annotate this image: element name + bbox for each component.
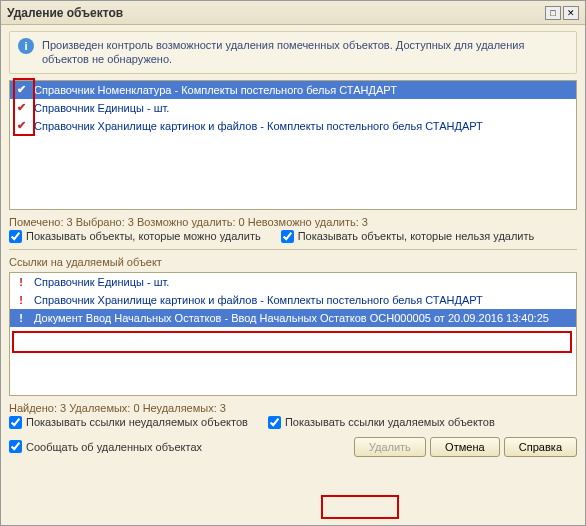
info-text: Произведен контроль возможности удаления… bbox=[42, 38, 568, 67]
chk-show-nondeletable-refs[interactable]: Показывать ссылки неудаляемых объектов bbox=[9, 416, 248, 429]
chk-show-nondeletable-label: Показывать объекты, которые нельзя удали… bbox=[298, 230, 535, 242]
chk-show-deletable[interactable]: Показывать объекты, которые можно удалит… bbox=[9, 230, 261, 243]
close-button[interactable]: ✕ bbox=[563, 6, 579, 20]
info-panel: i Произведен контроль возможности удален… bbox=[9, 31, 577, 74]
titlebar: Удаление объектов □ ✕ bbox=[1, 1, 585, 25]
info-icon: i bbox=[18, 38, 34, 54]
list-item[interactable]: ✔Справочник Хранилище картинок и файлов … bbox=[10, 117, 576, 135]
chk-show-nondeletable-input[interactable] bbox=[281, 230, 294, 243]
list-item[interactable]: !Справочник Единицы - шт. bbox=[10, 273, 576, 291]
exclaim-icon: ! bbox=[14, 294, 28, 306]
chk-show-deletable-refs-input[interactable] bbox=[268, 416, 281, 429]
objects-list[interactable]: ✔Справочник Номенклатура - Комплекты пос… bbox=[9, 80, 577, 210]
chk-show-deletable-label: Показывать объекты, которые можно удалит… bbox=[26, 230, 261, 242]
chk-show-nondeletable-refs-input[interactable] bbox=[9, 416, 22, 429]
references-label: Ссылки на удаляемый объект bbox=[9, 256, 577, 268]
objects-status: Помечено: 3 Выбрано: 3 Возможно удалить:… bbox=[9, 216, 577, 228]
chk-report-deleted-label: Сообщать об удаленных объектах bbox=[26, 441, 202, 453]
exclaim-icon: ! bbox=[14, 312, 28, 324]
chk-show-deletable-input[interactable] bbox=[9, 230, 22, 243]
exclaim-icon: ! bbox=[14, 276, 28, 288]
delete-button[interactable]: Удалить bbox=[354, 437, 426, 457]
chk-show-deletable-refs[interactable]: Показывать ссылки удаляемых объектов bbox=[268, 416, 495, 429]
chk-show-nondeletable[interactable]: Показывать объекты, которые нельзя удали… bbox=[281, 230, 535, 243]
chk-show-deletable-refs-label: Показывать ссылки удаляемых объектов bbox=[285, 416, 495, 428]
check-icon: ✔ bbox=[14, 83, 28, 96]
chk-report-deleted-input[interactable] bbox=[9, 440, 22, 453]
list-item[interactable]: ✔Справочник Номенклатура - Комплекты пос… bbox=[10, 81, 576, 99]
objects-filter-row: Показывать объекты, которые можно удалит… bbox=[9, 230, 577, 243]
list-item[interactable]: !Справочник Хранилище картинок и файлов … bbox=[10, 291, 576, 309]
chk-show-nondeletable-refs-label: Показывать ссылки неудаляемых объектов bbox=[26, 416, 248, 428]
references-list[interactable]: !Справочник Единицы - шт.!Справочник Хра… bbox=[9, 272, 577, 396]
help-button[interactable]: Справка bbox=[504, 437, 577, 457]
list-item-label: Справочник Хранилище картинок и файлов -… bbox=[34, 120, 483, 132]
list-item-label: Документ Ввод Начальных Остатков - Ввод … bbox=[34, 312, 549, 324]
list-item-label: Справочник Единицы - шт. bbox=[34, 276, 169, 288]
annotation-box-delete bbox=[321, 495, 399, 519]
chk-report-deleted[interactable]: Сообщать об удаленных объектах bbox=[9, 440, 334, 453]
cancel-button[interactable]: Отмена bbox=[430, 437, 500, 457]
check-icon: ✔ bbox=[14, 101, 28, 114]
button-bar: Удалить Отмена Справка bbox=[354, 435, 577, 459]
references-status: Найдено: 3 Удаляемых: 0 Неудаляемых: 3 bbox=[9, 402, 577, 414]
list-item[interactable]: !Документ Ввод Начальных Остатков - Ввод… bbox=[10, 309, 576, 327]
window-title: Удаление объектов bbox=[7, 6, 543, 20]
references-filter-row-1: Показывать ссылки неудаляемых объектов П… bbox=[9, 416, 577, 429]
divider bbox=[9, 249, 577, 250]
list-item-label: Справочник Хранилище картинок и файлов -… bbox=[34, 294, 483, 306]
list-item-label: Справочник Номенклатура - Комплекты пост… bbox=[34, 84, 397, 96]
maximize-button[interactable]: □ bbox=[545, 6, 561, 20]
check-icon: ✔ bbox=[14, 119, 28, 132]
list-item[interactable]: ✔Справочник Единицы - шт. bbox=[10, 99, 576, 117]
list-item-label: Справочник Единицы - шт. bbox=[34, 102, 169, 114]
